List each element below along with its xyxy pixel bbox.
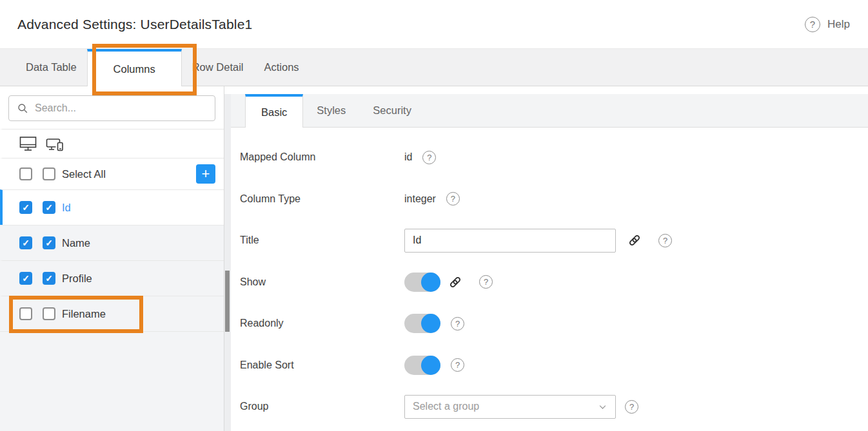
search-box[interactable]: [8, 95, 215, 121]
tab-styles[interactable]: Styles: [303, 94, 359, 127]
help-icon: ?: [805, 17, 820, 32]
help-icon[interactable]: ?: [479, 275, 493, 289]
link-icon[interactable]: [627, 233, 642, 247]
help-icon[interactable]: ?: [625, 400, 638, 414]
enable-sort-toggle[interactable]: [404, 356, 440, 375]
help-icon[interactable]: ?: [446, 192, 460, 206]
column-item-id[interactable]: Id: [0, 189, 224, 225]
detail-tab-bar: Basic Styles Security: [231, 94, 868, 128]
field-label: Enable Sort: [240, 359, 404, 371]
title-row: Title ?: [240, 220, 868, 262]
help-icon[interactable]: ?: [451, 317, 464, 330]
sidebar-scrollbar-thumb[interactable]: [225, 271, 230, 332]
column-detail-panel: Basic Styles Security Mapped Column id ?…: [231, 86, 868, 431]
header: Advanced Settings: UserDetailsTable1 ? H…: [0, 0, 868, 49]
tab-actions[interactable]: Actions: [253, 49, 309, 86]
show-row: Show ?: [240, 262, 868, 303]
mapped-column-value: id: [404, 151, 412, 163]
tab-columns[interactable]: Columns: [87, 49, 182, 86]
main-tab-bar: Data Table Columns Row Detail Actions: [0, 49, 868, 86]
desktop-icon: [19, 135, 37, 152]
select-all-row: Select All +: [0, 158, 224, 189]
column-item-label: Filename: [62, 308, 106, 320]
columns-sidebar: Select All + Id Name Profile: [0, 86, 224, 431]
field-label: Readonly: [240, 318, 404, 329]
mapped-column-row: Mapped Column id ?: [240, 137, 868, 178]
basic-settings-form: Mapped Column id ? Column Type integer ?…: [231, 128, 868, 428]
help-icon[interactable]: ?: [451, 358, 464, 372]
column-item-label: Profile: [62, 273, 92, 285]
profile-desktop-checkbox[interactable]: [19, 272, 32, 285]
column-item-name[interactable]: Name: [0, 225, 224, 260]
column-item-label: Id: [62, 202, 71, 214]
column-item-filename[interactable]: Filename: [0, 296, 224, 331]
filename-desktop-checkbox[interactable]: [19, 307, 32, 320]
field-label: Group: [240, 401, 404, 412]
toggle-knob: [421, 273, 440, 292]
chevron-down-icon: [598, 402, 607, 412]
id-mobile-checkbox[interactable]: [43, 201, 55, 214]
column-type-value: integer: [404, 193, 436, 205]
tab-data-table[interactable]: Data Table: [15, 49, 87, 86]
search-input[interactable]: [35, 102, 207, 114]
show-toggle[interactable]: [404, 273, 440, 292]
sidebar-scrollbar[interactable]: [224, 86, 231, 431]
group-row: Group Select a group ?: [240, 386, 868, 428]
help-icon[interactable]: ?: [422, 151, 436, 164]
help-icon[interactable]: ?: [658, 234, 672, 247]
tab-row-detail[interactable]: Row Detail: [182, 49, 254, 86]
field-label: Show: [240, 276, 404, 288]
column-type-row: Column Type integer ?: [240, 178, 868, 220]
help-label: Help: [827, 18, 850, 31]
help-button[interactable]: ? Help: [805, 17, 850, 32]
select-all-label: Select All: [62, 168, 106, 180]
search-area: [0, 86, 224, 129]
id-desktop-checkbox[interactable]: [19, 201, 32, 214]
advanced-settings-window: Advanced Settings: UserDetailsTable1 ? H…: [0, 0, 868, 431]
page-title: Advanced Settings: UserDetailsTable1: [17, 17, 252, 32]
tab-basic[interactable]: Basic: [245, 94, 303, 128]
device-visibility-header: [0, 129, 224, 158]
toggle-knob: [421, 314, 440, 333]
link-icon[interactable]: [448, 275, 462, 289]
add-column-button[interactable]: +: [196, 164, 215, 184]
readonly-toggle[interactable]: [404, 314, 440, 333]
profile-mobile-checkbox[interactable]: [43, 272, 55, 285]
sidebar-empty-area: [0, 331, 224, 431]
title-input[interactable]: [404, 229, 616, 253]
toggle-knob: [421, 356, 440, 375]
field-label: Column Type: [240, 193, 404, 205]
name-mobile-checkbox[interactable]: [43, 236, 55, 249]
column-item-label: Name: [62, 237, 90, 249]
filename-mobile-checkbox[interactable]: [43, 307, 55, 320]
tab-security[interactable]: Security: [359, 94, 425, 127]
readonly-row: Readonly ?: [240, 303, 868, 345]
enable-sort-row: Enable Sort ?: [240, 345, 868, 387]
devices-icon: [46, 135, 64, 152]
select-all-desktop-checkbox[interactable]: [19, 168, 32, 180]
name-desktop-checkbox[interactable]: [19, 236, 32, 249]
search-icon: [17, 102, 28, 114]
select-all-mobile-checkbox[interactable]: [43, 168, 55, 180]
field-label: Mapped Column: [240, 151, 404, 163]
field-label: Title: [240, 235, 404, 246]
group-select[interactable]: Select a group: [404, 395, 616, 419]
column-item-profile[interactable]: Profile: [0, 260, 224, 296]
group-select-placeholder: Select a group: [413, 401, 479, 412]
